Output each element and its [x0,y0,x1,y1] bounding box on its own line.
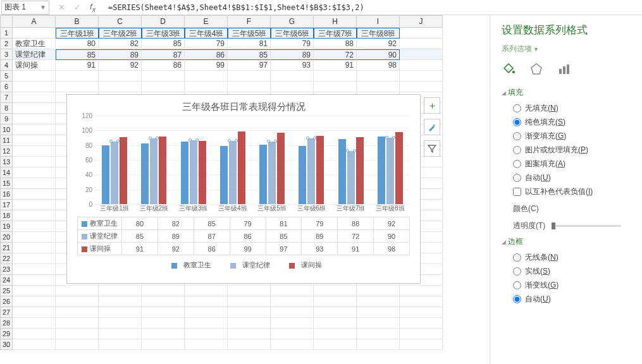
cell[interactable] [400,329,443,339]
cell[interactable] [314,339,357,350]
transparency-slider[interactable] [552,225,621,227]
cell[interactable] [99,286,142,296]
cell[interactable] [142,318,185,329]
cell[interactable] [56,307,99,318]
cell[interactable] [13,146,56,157]
cell[interactable]: 三年级3班 [142,28,185,39]
cell[interactable] [99,71,142,82]
cell[interactable] [357,71,400,82]
bar[interactable] [259,145,267,205]
cell[interactable] [400,296,443,307]
row-header[interactable]: 6 [0,82,13,92]
bar[interactable] [378,136,385,204]
cell[interactable] [13,124,56,135]
cell[interactable] [13,318,56,329]
cell[interactable]: 81 [228,39,271,49]
cell[interactable] [13,339,56,350]
cell[interactable]: 85 [228,49,271,60]
cell[interactable] [357,318,400,329]
cell[interactable] [185,318,228,329]
col-header[interactable]: E [185,15,228,28]
bar[interactable] [386,138,394,204]
cell[interactable]: 79 [185,39,228,49]
row-header[interactable]: 10 [0,124,13,135]
cell[interactable] [13,114,56,124]
cell[interactable] [271,307,314,318]
row-header[interactable]: 30 [0,339,13,350]
bar-cluster[interactable] [174,116,213,204]
cell[interactable] [13,71,56,82]
row-header[interactable]: 26 [0,296,13,307]
cell[interactable]: 91 [314,60,357,71]
fill-auto-option[interactable]: 自动(U) [513,173,631,183]
cell[interactable] [271,296,314,307]
cell[interactable]: 92 [357,39,400,49]
cell[interactable] [13,264,56,275]
row-header[interactable]: 14 [0,167,13,178]
cell[interactable] [314,71,357,82]
cell[interactable] [13,82,56,92]
cell[interactable] [400,28,443,39]
row-header[interactable]: 13 [0,157,13,167]
bar[interactable] [277,133,285,204]
cell[interactable] [99,339,142,350]
row-header[interactable]: 16 [0,189,13,200]
cell[interactable] [185,286,228,296]
cell[interactable] [314,296,357,307]
cell[interactable]: 90 [357,49,400,60]
cell[interactable] [400,71,443,82]
cell[interactable] [142,71,185,82]
row-header[interactable]: 27 [0,307,13,318]
cell[interactable] [271,286,314,296]
name-box[interactable]: 图表 1 ▼ [1,1,49,15]
chart-title[interactable]: 三年级各班日常表现得分情况 [67,95,420,116]
bar[interactable] [111,142,118,204]
cell[interactable] [13,253,56,264]
bar-cluster[interactable] [134,116,173,204]
cell[interactable] [13,135,56,146]
cell[interactable] [142,286,185,296]
cell[interactable] [56,286,99,296]
cell[interactable] [400,60,443,71]
bar[interactable] [238,131,245,205]
fill-line-tab-icon[interactable] [502,62,515,76]
spreadsheet-area[interactable]: A B C D E F G H I J 1三年级1班三年级2班三年级3班三年级4… [0,15,490,364]
cell[interactable]: 88 [314,39,357,49]
bar-cluster[interactable] [331,116,371,204]
bar[interactable] [159,136,166,204]
fill-pattern-option[interactable]: 图案填充(A) [513,159,631,169]
chart-bars[interactable] [95,116,410,204]
bar[interactable] [356,137,364,204]
cell[interactable] [400,39,443,49]
cell[interactable] [142,339,185,350]
col-header[interactable]: G [271,15,314,28]
cell[interactable] [99,329,142,339]
cell[interactable] [13,296,56,307]
row-header[interactable]: 29 [0,329,13,339]
bar-cluster[interactable] [213,116,252,204]
row-header[interactable]: 18 [0,210,13,221]
select-all-corner[interactable] [0,15,13,28]
chart-legend[interactable]: 教室卫生课堂纪律课间操 [67,255,420,275]
embedded-chart[interactable]: 三年级各班日常表现得分情况 020406080100120 三年级1班三年级2班… [66,94,421,284]
cell[interactable] [271,82,314,92]
row-header[interactable]: 17 [0,200,13,210]
bar[interactable] [299,146,306,204]
cell[interactable] [13,275,56,286]
row-header[interactable]: 11 [0,135,13,146]
cell[interactable] [99,307,142,318]
cell[interactable] [56,329,99,339]
cell[interactable] [13,157,56,167]
cell[interactable] [400,307,443,318]
cell[interactable] [314,318,357,329]
cell[interactable] [400,339,443,350]
bar[interactable] [229,141,237,204]
cell[interactable] [400,318,443,329]
bar[interactable] [150,138,157,204]
cell[interactable] [314,82,357,92]
cell[interactable] [271,329,314,339]
cell[interactable]: 三年级5班 [228,28,271,39]
border-gradient-option[interactable]: 渐变线(G) [513,280,631,291]
cell[interactable] [56,318,99,329]
cell[interactable]: 80 [56,39,99,49]
